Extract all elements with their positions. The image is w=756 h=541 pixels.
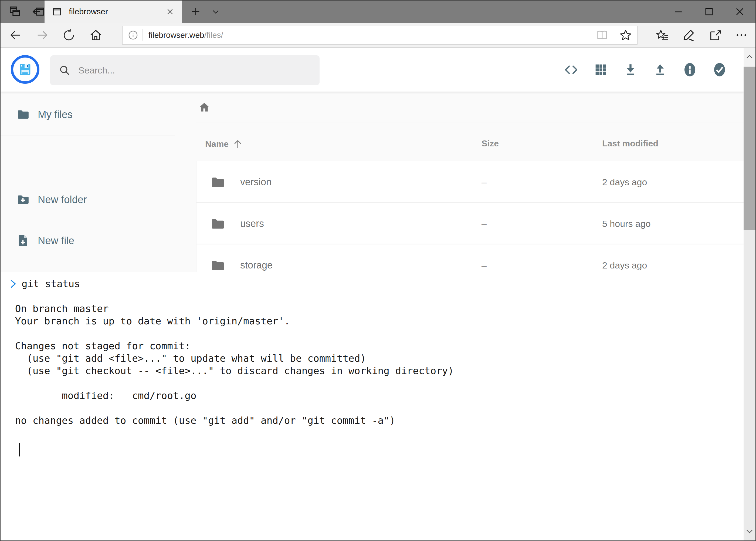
grid-view-icon[interactable] (593, 60, 609, 79)
sidebar-divider (1, 136, 175, 136)
breadcrumb-home-icon (197, 100, 211, 114)
set-tabs-aside-icon (32, 5, 45, 18)
prompt-chevron-icon (9, 278, 17, 290)
sidebar-item-new-file[interactable]: New file (1, 227, 175, 254)
title-bar: filebrowser (1, 1, 755, 23)
file-name: storage (240, 260, 273, 271)
vertical-scrollbar[interactable] (744, 48, 755, 540)
scroll-up-button[interactable] (744, 48, 755, 66)
new-tab-icon (190, 6, 201, 17)
sidebar-item-new-folder[interactable]: New folder (1, 186, 175, 213)
web-notes-icon (682, 28, 696, 42)
info-icon[interactable] (127, 29, 139, 41)
browser-window: filebrowser (0, 0, 756, 541)
search-icon (58, 64, 71, 76)
address-divider (142, 29, 143, 41)
file-listing: version – 2 days ago users – 5 hours ago (196, 161, 744, 286)
favorite-star-icon[interactable] (619, 29, 632, 42)
scroll-down-button[interactable] (744, 522, 755, 540)
more-icon (735, 28, 748, 42)
sidebar-label: New file (38, 235, 74, 247)
page-icon (52, 6, 62, 17)
tab-preview-toggle[interactable] (206, 1, 225, 23)
column-name[interactable]: Name (205, 139, 243, 149)
tabs-preview-button[interactable] (4, 1, 26, 23)
info-filled-icon[interactable] (682, 60, 698, 79)
forward-button[interactable] (30, 23, 55, 47)
column-size[interactable]: Size (481, 139, 499, 149)
file-size: – (481, 260, 487, 270)
minimize-icon (672, 6, 684, 18)
tab-close-button[interactable] (165, 7, 175, 16)
filebrowser-header (1, 48, 744, 92)
url-host: filebrowser.web (148, 31, 204, 39)
folder-icon (210, 216, 225, 232)
sidebar-divider (1, 219, 175, 219)
breadcrumb-divider (196, 123, 744, 123)
reading-view-icon (596, 29, 609, 41)
column-name-label: Name (205, 139, 229, 149)
breadcrumb-home[interactable] (197, 100, 211, 114)
more-options-button[interactable] (729, 23, 754, 47)
download-icon[interactable] (623, 60, 638, 79)
nav-home-button[interactable] (84, 23, 108, 47)
column-modified[interactable]: Last modified (602, 139, 658, 149)
header-actions (563, 48, 727, 92)
forward-icon (35, 28, 49, 42)
navigation-bar: filebrowser.web/files/ (1, 23, 755, 48)
terminal-command-line: git status (9, 277, 744, 290)
new-file-icon (16, 234, 30, 248)
file-row-version[interactable]: version – 2 days ago (196, 161, 744, 203)
filebrowser-logo[interactable] (11, 55, 39, 84)
terminal-command: git status (22, 277, 80, 290)
share-icon (708, 28, 722, 42)
folder-icon (210, 258, 225, 273)
refresh-icon (62, 28, 76, 42)
floppy-disk-icon (17, 61, 34, 78)
sidebar-label: My files (38, 109, 73, 121)
file-size: – (481, 219, 487, 229)
scroll-down-icon (745, 527, 754, 536)
window-close-button[interactable] (724, 1, 755, 23)
tabs-preview-icon (8, 5, 21, 18)
back-button[interactable] (3, 23, 28, 47)
hub-icon (655, 28, 670, 42)
minimize-button[interactable] (663, 1, 694, 23)
new-folder-icon (16, 193, 30, 206)
terminal-cursor (19, 443, 20, 456)
page-content: My files New folder (1, 48, 744, 540)
tab-menu-icon (210, 6, 221, 17)
search-input[interactable] (78, 65, 294, 76)
maximize-button[interactable] (694, 1, 724, 23)
url-path: /files/ (204, 31, 223, 39)
folder-icon (16, 108, 30, 121)
address-bar[interactable]: filebrowser.web/files/ (122, 26, 637, 45)
terminal-output: On branch master Your branch is up to da… (9, 290, 744, 427)
url-text: filebrowser.web/files/ (148, 31, 223, 40)
web-notes-button[interactable] (677, 23, 701, 47)
listing-column-header: Name Size Last modified (196, 138, 744, 153)
scrollbar-thumb[interactable] (744, 67, 755, 230)
check-circle-icon[interactable] (712, 60, 727, 79)
tab-title: filebrowser (69, 7, 165, 16)
home-icon (89, 28, 103, 42)
back-icon (8, 28, 22, 42)
maximize-icon (703, 6, 715, 18)
browser-tab[interactable]: filebrowser (45, 1, 182, 23)
terminal-panel[interactable]: git status On branch master Your branch … (1, 272, 744, 540)
refresh-button[interactable] (57, 23, 81, 47)
file-row-users[interactable]: users – 5 hours ago (196, 203, 744, 245)
hub-favorites-button[interactable] (650, 23, 675, 47)
file-modified: 2 days ago (602, 177, 647, 188)
search-box[interactable] (50, 55, 320, 85)
file-modified: 2 days ago (602, 260, 647, 270)
file-size: – (481, 177, 487, 188)
folder-icon (210, 175, 225, 190)
scroll-up-icon (745, 52, 754, 62)
new-tab-button[interactable] (186, 1, 205, 23)
share-button[interactable] (703, 23, 728, 47)
upload-icon[interactable] (652, 60, 668, 79)
code-icon[interactable] (563, 60, 579, 79)
close-icon (734, 6, 746, 18)
sidebar-item-my-files[interactable]: My files (1, 101, 175, 128)
